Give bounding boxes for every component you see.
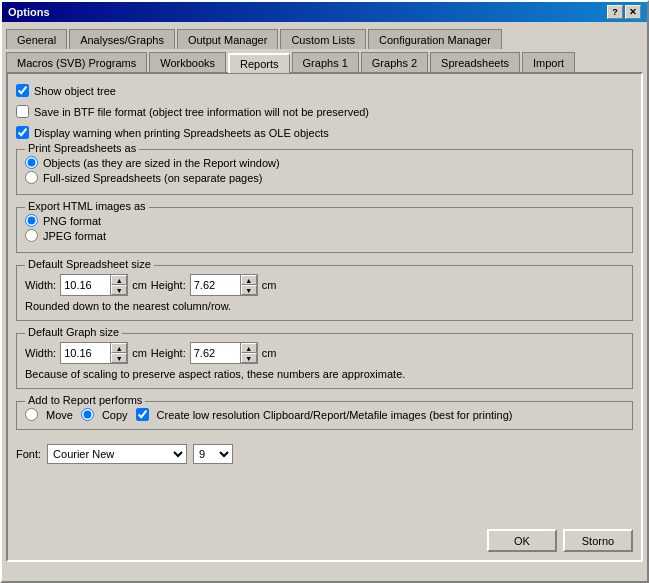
png-label: PNG format xyxy=(43,215,101,227)
tab-import[interactable]: Import xyxy=(522,52,575,72)
ss-height-label: Height: xyxy=(151,279,186,291)
tab-macros[interactable]: Macros (SVB) Programs xyxy=(6,52,147,72)
save-btf-row: Save in BTF file format (object tree inf… xyxy=(16,105,633,118)
graph-height-label: Height: xyxy=(151,347,186,359)
tab-configuration-manager[interactable]: Configuration Manager xyxy=(368,29,502,49)
graph-width-input[interactable] xyxy=(61,343,111,363)
graph-width-unit: cm xyxy=(132,347,147,359)
bottom-buttons: OK Storno xyxy=(487,529,633,552)
font-row: Font: Courier New Arial Times New Roman … xyxy=(16,444,633,464)
print-objects-row: Objects (as they are sized in the Report… xyxy=(25,156,624,169)
options-window: Options ? ✕ General Analyses/Graphs Outp… xyxy=(0,0,649,583)
title-bar: Options ? ✕ xyxy=(2,2,647,22)
graph-height-input[interactable] xyxy=(191,343,241,363)
default-spreadsheet-size-label: Default Spreadsheet size xyxy=(25,258,154,270)
window-title: Options xyxy=(8,6,50,18)
tab-reports[interactable]: Reports xyxy=(228,53,290,73)
font-size-select[interactable]: 9 10 12 xyxy=(193,444,233,464)
ss-height-unit: cm xyxy=(262,279,277,291)
close-button[interactable]: ✕ xyxy=(625,5,641,19)
print-fullsize-label: Full-sized Spreadsheets (on separate pag… xyxy=(43,172,263,184)
ss-width-down-btn[interactable]: ▼ xyxy=(111,285,127,295)
tab-custom-lists[interactable]: Custom Lists xyxy=(280,29,366,49)
graph-height-up-btn[interactable]: ▲ xyxy=(241,343,257,353)
ss-width-up-btn[interactable]: ▲ xyxy=(111,275,127,285)
graph-height-spinner-buttons: ▲ ▼ xyxy=(241,343,257,363)
ss-height-up-btn[interactable]: ▲ xyxy=(241,275,257,285)
export-html-label: Export HTML images as xyxy=(25,200,149,212)
tab-general[interactable]: General xyxy=(6,29,67,49)
display-warning-row: Display warning when printing Spreadshee… xyxy=(16,126,633,139)
tab-analyses-graphs[interactable]: Analyses/Graphs xyxy=(69,29,175,49)
cancel-button[interactable]: Storno xyxy=(563,529,633,552)
copy-label: Copy xyxy=(102,409,128,421)
ss-height-spinner-buttons: ▲ ▼ xyxy=(241,275,257,295)
tab-spreadsheets[interactable]: Spreadsheets xyxy=(430,52,520,72)
print-spreadsheets-label: Print Spreadsheets as xyxy=(25,142,139,154)
print-fullsize-radio[interactable] xyxy=(25,171,38,184)
ss-width-unit: cm xyxy=(132,279,147,291)
jpeg-label: JPEG format xyxy=(43,230,106,242)
graph-width-down-btn[interactable]: ▼ xyxy=(111,353,127,363)
graph-width-label: Width: xyxy=(25,347,56,359)
print-objects-label: Objects (as they are sized in the Report… xyxy=(43,157,280,169)
add-to-report-row: Move Copy Create low resolution Clipboar… xyxy=(25,408,624,421)
display-warning-label: Display warning when printing Spreadshee… xyxy=(34,127,329,139)
clipboard-label: Create low resolution Clipboard/Report/M… xyxy=(157,409,513,421)
title-bar-buttons: ? ✕ xyxy=(607,5,641,19)
tab-output-manager[interactable]: Output Manager xyxy=(177,29,279,49)
help-button[interactable]: ? xyxy=(607,5,623,19)
add-to-report-label: Add to Report performs xyxy=(25,394,145,406)
save-btf-checkbox[interactable] xyxy=(16,105,29,118)
ss-note: Rounded down to the nearest column/row. xyxy=(25,300,624,312)
default-graph-size-group: Default Graph size Width: ▲ ▼ cm Height: xyxy=(16,333,633,389)
ss-width-label: Width: xyxy=(25,279,56,291)
print-fullsize-row: Full-sized Spreadsheets (on separate pag… xyxy=(25,171,624,184)
print-spreadsheets-group: Print Spreadsheets as Objects (as they a… xyxy=(16,149,633,195)
ss-width-spinner: ▲ ▼ xyxy=(60,274,128,296)
ss-height-down-btn[interactable]: ▼ xyxy=(241,285,257,295)
show-object-tree-checkbox[interactable] xyxy=(16,84,29,97)
graph-height-unit: cm xyxy=(262,347,277,359)
ss-height-input[interactable] xyxy=(191,275,241,295)
save-btf-label: Save in BTF file format (object tree inf… xyxy=(34,106,369,118)
add-to-report-group: Add to Report performs Move Copy Create … xyxy=(16,401,633,430)
copy-radio[interactable] xyxy=(81,408,94,421)
tab-row-1: General Analyses/Graphs Output Manager C… xyxy=(6,26,643,49)
display-warning-checkbox[interactable] xyxy=(16,126,29,139)
ss-height-spinner: ▲ ▼ xyxy=(190,274,258,296)
tab-workbooks[interactable]: Workbooks xyxy=(149,52,226,72)
graph-width-up-btn[interactable]: ▲ xyxy=(111,343,127,353)
show-object-tree-row: Show object tree xyxy=(16,84,633,97)
ss-width-spinner-buttons: ▲ ▼ xyxy=(111,275,127,295)
ss-width-input[interactable] xyxy=(61,275,111,295)
move-label: Move xyxy=(46,409,73,421)
graph-height-down-btn[interactable]: ▼ xyxy=(241,353,257,363)
main-panel: Show object tree Save in BTF file format… xyxy=(6,72,643,562)
graph-note: Because of scaling to preserve aspect ra… xyxy=(25,368,624,380)
font-select[interactable]: Courier New Arial Times New Roman xyxy=(47,444,187,464)
jpeg-radio[interactable] xyxy=(25,229,38,242)
move-radio[interactable] xyxy=(25,408,38,421)
graph-width-spinner-buttons: ▲ ▼ xyxy=(111,343,127,363)
default-graph-size-label: Default Graph size xyxy=(25,326,122,338)
jpeg-row: JPEG format xyxy=(25,229,624,242)
graph-width-spinner: ▲ ▼ xyxy=(60,342,128,364)
default-spreadsheet-size-group: Default Spreadsheet size Width: ▲ ▼ cm H… xyxy=(16,265,633,321)
content-area: Show object tree Save in BTF file format… xyxy=(16,82,633,464)
show-object-tree-label: Show object tree xyxy=(34,85,116,97)
clipboard-checkbox[interactable] xyxy=(136,408,149,421)
print-objects-radio[interactable] xyxy=(25,156,38,169)
tabs-container: General Analyses/Graphs Output Manager C… xyxy=(2,22,647,72)
tab-graphs1[interactable]: Graphs 1 xyxy=(292,52,359,72)
tab-row-2: Macros (SVB) Programs Workbooks Reports … xyxy=(6,49,643,72)
export-html-group: Export HTML images as PNG format JPEG fo… xyxy=(16,207,633,253)
png-radio[interactable] xyxy=(25,214,38,227)
spreadsheet-size-row: Width: ▲ ▼ cm Height: ▲ ▼ xyxy=(25,274,624,296)
graph-size-row: Width: ▲ ▼ cm Height: ▲ ▼ xyxy=(25,342,624,364)
graph-height-spinner: ▲ ▼ xyxy=(190,342,258,364)
ok-button[interactable]: OK xyxy=(487,529,557,552)
tab-graphs2[interactable]: Graphs 2 xyxy=(361,52,428,72)
png-row: PNG format xyxy=(25,214,624,227)
font-label: Font: xyxy=(16,448,41,460)
